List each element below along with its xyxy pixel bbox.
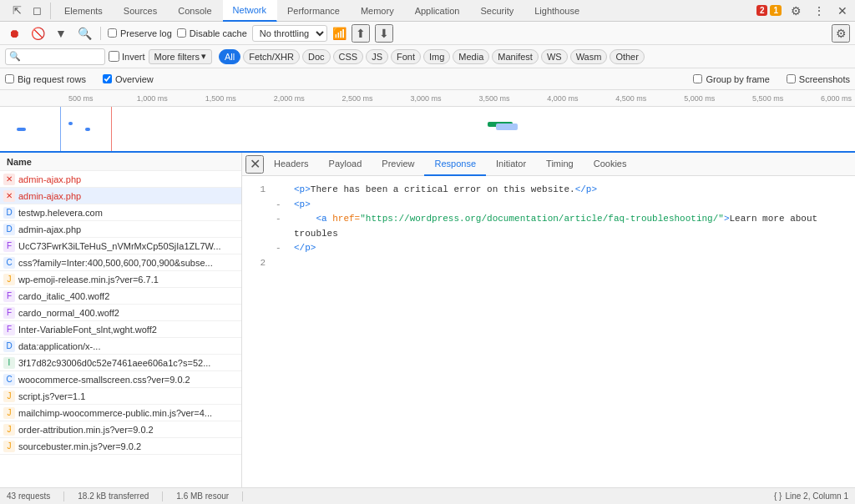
screenshots-input[interactable]: [787, 74, 796, 83]
preserve-log-input[interactable]: [108, 28, 117, 38]
disable-cache-input[interactable]: [177, 28, 186, 38]
close-devtools-icon[interactable]: ✕: [833, 2, 852, 20]
list-item[interactable]: I3f17d82c93006d0c52e7461aee606a1c?s=52..…: [0, 355, 241, 371]
list-item[interactable]: Jmailchimp-woocommerce-public.min.js?ver…: [0, 405, 241, 421]
settings-gear-icon[interactable]: ⚙: [832, 24, 850, 43]
disable-cache-checkbox[interactable]: Disable cache: [177, 28, 247, 38]
tab-right-controls: 2 1 ⚙ ⋮ ✕: [756, 2, 852, 20]
filter-type-ws[interactable]: WS: [541, 49, 568, 64]
filter-type-doc[interactable]: Doc: [302, 49, 331, 64]
item-text: testwp.helevera.com: [18, 208, 103, 218]
response-tab-preview[interactable]: Preview: [372, 153, 424, 176]
filter-icon[interactable]: ▼: [52, 24, 70, 43]
list-item[interactable]: Fcardo_normal_400.woff2: [0, 305, 241, 321]
close-response-panel-icon[interactable]: ✕: [245, 155, 264, 174]
filter-input-wrap: 🔍: [5, 48, 105, 65]
filter-type-other[interactable]: Other: [610, 49, 645, 64]
response-tab-payload[interactable]: Payload: [319, 153, 372, 176]
tab-security[interactable]: Security: [470, 0, 524, 22]
timeline-red-line: [111, 107, 112, 151]
filter-type-img[interactable]: Img: [423, 49, 450, 64]
list-item[interactable]: Dtestwp.helevera.com: [0, 204, 241, 221]
list-item[interactable]: Jsourcebuster.min.js?ver=9.0.2: [0, 438, 241, 455]
tab-application[interactable]: Application: [405, 0, 471, 22]
filter-type-css[interactable]: CSS: [333, 49, 364, 64]
list-item[interactable]: Fcardo_italic_400.woff2: [0, 288, 241, 305]
item-icon-js: J: [3, 274, 15, 285]
list-item[interactable]: FInter-VariableFont_slnt,wght.woff2: [0, 321, 241, 338]
overview-option[interactable]: Overview: [103, 74, 154, 84]
tab-memory[interactable]: Memory: [351, 0, 405, 22]
item-text: admin-ajax.php: [18, 174, 81, 184]
code-position: { } Line 2, Column 1: [774, 491, 848, 501]
tab-lighthouse[interactable]: Lighthouse: [524, 0, 590, 22]
list-item[interactable]: Ddata:application/x-...: [0, 338, 241, 355]
list-item[interactable]: Cwoocommerce-smallscreen.css?ver=9.0.2: [0, 371, 241, 388]
filter-type-js[interactable]: JS: [366, 49, 388, 64]
item-icon-js: J: [3, 407, 15, 419]
filter-type-wasm[interactable]: Wasm: [570, 49, 608, 64]
overview-input[interactable]: [103, 74, 112, 83]
list-item[interactable]: FUcC73FwrK3iLTeHuS_nVMrMxCp50SjIa1ZL7W..…: [0, 238, 241, 255]
preserve-log-checkbox[interactable]: Preserve log: [108, 28, 172, 38]
big-request-rows-input[interactable]: [5, 74, 14, 83]
name-column-header: Name: [7, 157, 32, 167]
group-by-frame-input[interactable]: [693, 74, 702, 83]
list-item[interactable]: Dadmin-ajax.php: [0, 221, 241, 238]
code-content: </p>: [294, 241, 316, 256]
filter-type-all[interactable]: All: [219, 49, 240, 64]
clear-icon[interactable]: 🚫: [28, 24, 47, 43]
record-stop-icon[interactable]: ⏺: [5, 24, 23, 43]
tab-network[interactable]: Network: [223, 0, 277, 22]
response-tab-headers[interactable]: Headers: [264, 153, 319, 176]
wifi-icon: 📶: [332, 27, 347, 40]
list-item[interactable]: Jscript.js?ver=1.1: [0, 388, 241, 405]
group-by-frame-option[interactable]: Group by frame: [693, 74, 769, 84]
filter-input[interactable]: [21, 52, 101, 62]
list-item[interactable]: Jorder-attribution.min.js?ver=9.0.2: [0, 421, 241, 438]
list-item[interactable]: Jwp-emoji-release.min.js?ver=6.7.1: [0, 271, 241, 288]
position-text: Line 2, Column 1: [785, 491, 848, 501]
big-request-rows-option[interactable]: Big request rows: [5, 74, 86, 84]
export-icon[interactable]: ⬇: [375, 24, 393, 43]
tab-performance[interactable]: Performance: [277, 0, 351, 22]
tab-sources[interactable]: Sources: [114, 0, 168, 22]
timeline-tick-7: 4,000 ms: [547, 94, 578, 103]
response-tab-timing[interactable]: Timing: [536, 153, 584, 176]
list-item[interactable]: ✕admin-ajax.php: [0, 171, 241, 188]
timeline-area: [0, 107, 855, 153]
invert-checkbox[interactable]: Invert: [109, 51, 145, 62]
transferred-size: 18.2 kB transferred: [78, 491, 149, 501]
list-item[interactable]: Ccss?family=Inter:400,500,600,700,900&su…: [0, 255, 241, 271]
more-filters-button[interactable]: More filters ▾: [149, 49, 212, 64]
item-icon-js: J: [3, 391, 15, 402]
throttle-select[interactable]: No throttling: [252, 25, 327, 42]
response-tab-cookies[interactable]: Cookies: [584, 153, 637, 176]
error-count-badge: 2: [756, 5, 768, 16]
response-tab-bar: ✕ HeadersPayloadPreviewResponseInitiator…: [242, 153, 855, 176]
response-tab-initiator[interactable]: Initiator: [486, 153, 536, 176]
filter-type-fetch/xhr[interactable]: Fetch/XHR: [243, 49, 300, 64]
devtools-pointer-icon[interactable]: ⇱: [8, 3, 25, 19]
more-options-icon[interactable]: ⋮: [810, 2, 828, 20]
item-text: css?family=Inter:400,500,600,700,900&sub…: [18, 258, 213, 268]
filter-type-media[interactable]: Media: [453, 49, 489, 64]
code-line: - <a href="https://wordpress.org/documen…: [249, 212, 848, 241]
timeline-bar-lightblue: [496, 123, 518, 130]
devtools-inspect-icon[interactable]: ◻: [28, 3, 45, 19]
timeline-tick-9: 5,000 ms: [684, 94, 715, 103]
tab-elements[interactable]: Elements: [54, 0, 114, 22]
tab-console[interactable]: Console: [168, 0, 222, 22]
invert-input[interactable]: [109, 51, 119, 62]
timeline-blue-line: [60, 107, 61, 151]
screenshots-option[interactable]: Screenshots: [787, 74, 850, 84]
list-item[interactable]: ✕admin-ajax.php: [0, 188, 241, 204]
filter-type-font[interactable]: Font: [391, 49, 421, 64]
response-tab-response[interactable]: Response: [424, 153, 486, 176]
settings-icon[interactable]: ⚙: [787, 2, 805, 20]
filter-type-manifest[interactable]: Manifest: [492, 49, 539, 64]
item-text: admin-ajax.php: [18, 191, 81, 201]
more-filters-label: More filters: [154, 52, 200, 62]
import-icon[interactable]: ⬆: [352, 24, 370, 43]
search-icon[interactable]: 🔍: [75, 24, 94, 43]
